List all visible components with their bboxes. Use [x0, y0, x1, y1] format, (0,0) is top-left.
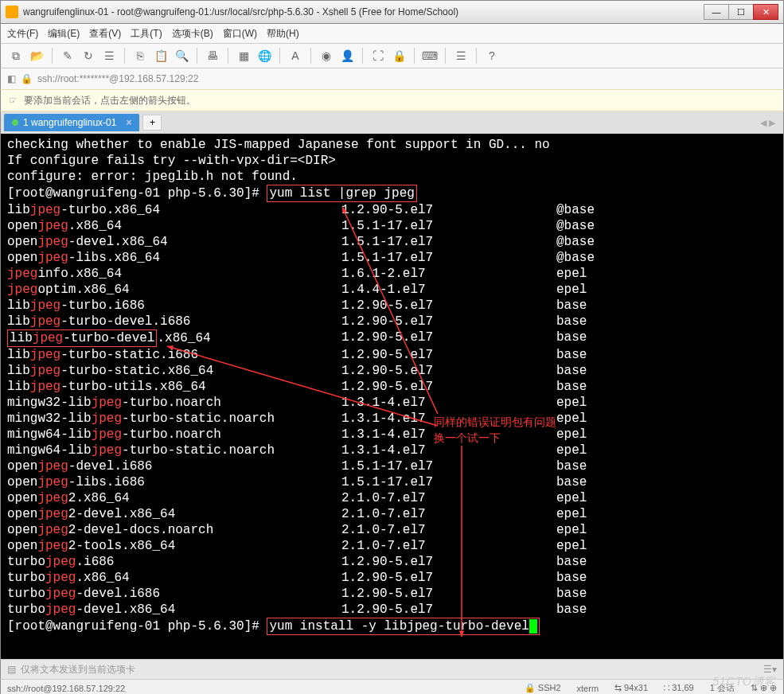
- separator: [52, 48, 53, 64]
- package-row: mingw64-libjpeg-turbo-static.noarch1.3.1…: [7, 443, 777, 458]
- package-row: mingw32-libjpeg-turbo-static.noarch1.3.1…: [7, 411, 777, 427]
- menu-window[interactable]: 窗口(W): [223, 27, 257, 41]
- separator: [362, 48, 363, 64]
- menu-tools[interactable]: 工具(T): [131, 27, 162, 41]
- compose-icon: ▤: [7, 664, 16, 675]
- highlight-icon[interactable]: ✎: [59, 47, 76, 64]
- properties-icon[interactable]: ☰: [100, 47, 118, 64]
- terminal-line: [root@wangruifeng-01 php-5.6.30]# yum li…: [7, 185, 777, 202]
- package-highlight: libjpeg-turbo-devel: [7, 329, 157, 347]
- dashboard-icon[interactable]: ◉: [318, 47, 335, 64]
- infobar: ☞ 要添加当前会话，点击左侧的箭头按钮。: [0, 89, 784, 111]
- package-row: openjpeg2.x86_642.1.0-7.el7epel: [7, 490, 777, 506]
- package-row: jpegoptim.x86_641.4.4-1.el7epel: [7, 282, 777, 298]
- list-icon[interactable]: ☰: [452, 47, 470, 64]
- address-url[interactable]: ssh://root:********@192.168.57.129:22: [37, 73, 198, 84]
- tab-label: 1 wangruifenglinux-01: [23, 117, 116, 128]
- tab-close-icon[interactable]: ×: [126, 117, 131, 128]
- package-row: libjpeg-turbo.i6861.2.90-5.el7base: [7, 298, 777, 314]
- package-row: openjpeg-devel.i6861.5.1-17.el7base: [7, 458, 777, 474]
- status-ssh: 🔒 SSH2: [525, 683, 561, 693]
- menu-help[interactable]: 帮助(H): [267, 27, 299, 41]
- separator: [279, 48, 280, 64]
- cursor: [529, 619, 537, 634]
- terminal-line: configure: error: jpeglib.h not found.: [7, 169, 777, 185]
- window-title: wangruifenglinux-01 - root@wangruifeng-0…: [23, 6, 704, 18]
- package-row: openjpeg-libs.x86_641.5.1-17.el7@base: [7, 250, 777, 266]
- statusbar: ssh://root@192.168.57.129:22 🔒 SSH2 xter…: [0, 680, 784, 694]
- status-pos: ⸬ 31,69: [664, 683, 694, 693]
- package-row: openjpeg2-devel.x86_642.1.0-7.el7epel: [7, 506, 777, 522]
- package-row: openjpeg2-tools.x86_642.1.0-7.el7epel: [7, 538, 777, 554]
- separator: [310, 48, 311, 64]
- package-row: turbojpeg.i6861.2.90-5.el7base: [7, 554, 777, 570]
- terminal-line: [root@wangruifeng-01 php-5.6.30]# yum in…: [7, 618, 777, 635]
- status-conn: ssh://root@192.168.57.129:22: [7, 684, 125, 693]
- keyboard-icon[interactable]: ⌨: [421, 47, 439, 64]
- menu-file[interactable]: 文件(F): [7, 27, 38, 41]
- menu-view[interactable]: 查看(V): [89, 27, 121, 41]
- user-icon[interactable]: 👤: [338, 47, 356, 64]
- lock-icon[interactable]: 🔒: [390, 47, 408, 64]
- package-row: libjpeg-turbo-devel.x86_641.2.90-5.el7ba…: [7, 329, 777, 347]
- separator: [228, 48, 228, 64]
- package-row: openjpeg-libs.i6861.5.1-17.el7base: [7, 474, 777, 490]
- tabbar: 1 wangruifenglinux-01 × + ◀ ▶: [0, 111, 784, 134]
- print-icon[interactable]: 🖶: [204, 47, 221, 64]
- add-button-icon[interactable]: ◧: [7, 73, 16, 84]
- info-text: 要添加当前会话，点击左侧的箭头按钮。: [24, 94, 196, 107]
- menu-edit[interactable]: 编辑(E): [48, 27, 80, 41]
- terminal[interactable]: checking whether to enable JIS-mapped Ja…: [0, 134, 784, 659]
- compose-bar[interactable]: ▤ 仅将文本发送到当前选项卡 ☰▾: [0, 659, 784, 680]
- addressbar: ◧ 🔒 ssh://root:********@192.168.57.129:2…: [0, 68, 784, 89]
- separator: [414, 48, 415, 64]
- compose-menu-icon[interactable]: ☰▾: [763, 664, 777, 675]
- reconnect-icon[interactable]: ↻: [80, 47, 97, 64]
- globe-icon[interactable]: 🌐: [255, 47, 273, 64]
- status-dot-icon: [12, 119, 18, 126]
- menubar: 文件(F) 编辑(E) 查看(V) 工具(T) 选项卡(B) 窗口(W) 帮助(…: [0, 24, 784, 43]
- paste-icon[interactable]: 📋: [152, 47, 170, 64]
- package-row: mingw32-libjpeg-turbo.noarch1.3.1-4.el7e…: [7, 395, 777, 411]
- package-row: mingw64-libjpeg-turbo.noarch1.3.1-4.el7e…: [7, 427, 777, 443]
- session-tab[interactable]: 1 wangruifenglinux-01 ×: [4, 114, 139, 131]
- package-row: libjpeg-turbo.x86_641.2.90-5.el7@base: [7, 202, 777, 218]
- copy-icon[interactable]: ⎘: [131, 47, 149, 64]
- package-row: turbojpeg-devel.x86_641.2.90-5.el7base: [7, 602, 777, 618]
- package-row: openjpeg-devel.x86_641.5.1-17.el7@base: [7, 234, 777, 250]
- window-controls: — ☐ ✕: [704, 4, 778, 20]
- new-tab-icon[interactable]: ⧉: [7, 47, 25, 64]
- status-term: xterm: [577, 684, 599, 693]
- terminal-line: If configure fails try --with-vpx-dir=<D…: [7, 153, 777, 169]
- package-row: libjpeg-turbo-utils.x86_641.2.90-5.el7ba…: [7, 379, 777, 395]
- command-highlight: yum install -y libjpeg-turbo-devel: [267, 618, 539, 635]
- titlebar: wangruifenglinux-01 - root@wangruifeng-0…: [0, 0, 784, 24]
- separator: [197, 48, 197, 64]
- status-size: ⇆ 94x31: [614, 683, 648, 693]
- fullscreen-icon[interactable]: ⛶: [369, 47, 387, 64]
- close-button[interactable]: ✕: [753, 4, 778, 20]
- menu-tabs[interactable]: 选项卡(B): [172, 27, 213, 41]
- lock-status-icon: 🔒: [21, 73, 33, 84]
- maximize-button[interactable]: ☐: [728, 4, 754, 20]
- search-icon[interactable]: 🔍: [173, 47, 190, 64]
- separator: [476, 48, 477, 64]
- package-row: openjpeg2-devel-docs.noarch2.1.0-7.el7ep…: [7, 522, 777, 538]
- package-row: openjpeg.x86_641.5.1-17.el7@base: [7, 218, 777, 234]
- help-icon[interactable]: ?: [483, 47, 501, 64]
- compose-placeholder: 仅将文本发送到当前选项卡: [21, 663, 135, 676]
- layout-icon[interactable]: ▦: [235, 47, 252, 64]
- minimize-button[interactable]: —: [704, 4, 729, 20]
- add-tab-button[interactable]: +: [142, 115, 162, 131]
- package-row: turbojpeg.x86_641.2.90-5.el7base: [7, 570, 777, 586]
- terminal-line: checking whether to enable JIS-mapped Ja…: [7, 137, 777, 153]
- watermark: 51CTO博客: [712, 675, 776, 689]
- package-row: libjpeg-turbo-static.x86_641.2.90-5.el7b…: [7, 363, 777, 379]
- separator: [445, 48, 446, 64]
- open-folder-icon[interactable]: 📂: [28, 47, 45, 64]
- arrow-add-icon[interactable]: ☞: [9, 95, 18, 106]
- tab-nav-arrows[interactable]: ◀ ▶: [760, 118, 780, 128]
- package-row: jpeginfo.x86_641.6.1-2.el7epel: [7, 266, 777, 282]
- font-icon[interactable]: A: [287, 47, 304, 64]
- app-icon: [6, 6, 18, 18]
